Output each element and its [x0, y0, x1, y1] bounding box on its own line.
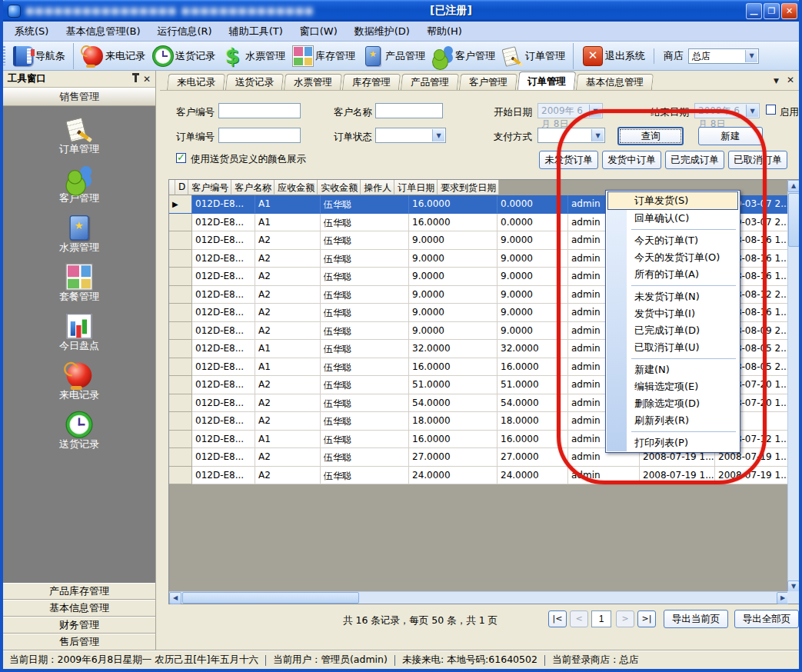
customer-name-input[interactable]: [375, 103, 443, 118]
toolbar-button[interactable]: 库存管理: [289, 43, 359, 69]
document-tab[interactable]: 产品管理: [401, 74, 459, 90]
horizontal-scroll-thumb[interactable]: [182, 592, 359, 604]
menu-item[interactable]: 数据维护(D): [346, 22, 418, 41]
toolbar-button[interactable]: 客户管理: [429, 43, 499, 69]
first-page-button[interactable]: |<: [548, 610, 567, 627]
chevron-down-icon[interactable]: [591, 129, 604, 141]
vertical-scrollbar[interactable]: ▲ ▼: [787, 180, 800, 593]
column-header[interactable]: D: [175, 180, 188, 195]
sidebar-item[interactable]: 客户管理: [59, 166, 99, 215]
context-menu-item[interactable]: 删除选定项(D): [607, 395, 739, 412]
tab-list-dropdown-icon[interactable]: [774, 74, 779, 85]
sidebar-group-bar[interactable]: 财务管理: [3, 617, 155, 634]
context-menu-item[interactable]: 回单确认(C): [607, 210, 739, 227]
column-header[interactable]: 客户名称: [231, 180, 275, 195]
table-row[interactable]: 012D-E8... A2 伍华聪 24.0000 24.0000 admin …: [169, 467, 789, 485]
sidebar-item[interactable]: 套餐管理: [59, 264, 99, 314]
row-selector[interactable]: [169, 358, 192, 377]
order-status-select[interactable]: [375, 128, 446, 143]
chevron-down-icon[interactable]: [745, 50, 757, 62]
start-date-picker[interactable]: 2009年 6月 8日: [537, 103, 603, 118]
sidebar-item[interactable]: 水票管理: [59, 215, 99, 264]
sidebar-group-bar[interactable]: 产品库存管理: [3, 583, 155, 600]
chevron-down-icon[interactable]: [432, 129, 444, 141]
document-tab[interactable]: 库存管理: [342, 74, 401, 90]
order-no-input[interactable]: [218, 128, 301, 143]
context-menu-item[interactable]: 已取消订单(U): [607, 339, 739, 356]
shop-select[interactable]: 总店: [688, 48, 759, 64]
document-tab[interactable]: 基本信息管理: [576, 74, 654, 90]
last-page-button[interactable]: >|: [637, 610, 656, 627]
chevron-down-icon[interactable]: [746, 105, 758, 117]
sidebar-group-bar[interactable]: 基本信息管理: [3, 600, 155, 617]
maximize-button[interactable]: [764, 3, 780, 19]
toolbar-button[interactable]: 退出系统: [573, 43, 649, 69]
menu-item[interactable]: 帮助(H): [418, 22, 471, 41]
export-all-pages-button[interactable]: 导出全部页: [734, 610, 799, 628]
order-status-filter-button[interactable]: 已取消订单: [728, 151, 787, 169]
toolbar-button[interactable]: 水票管理: [219, 43, 289, 69]
row-selector[interactable]: [169, 231, 192, 250]
row-selector[interactable]: [169, 340, 192, 358]
menu-item[interactable]: 运行信息(R): [148, 22, 220, 41]
row-selector[interactable]: [169, 304, 192, 322]
row-selector[interactable]: [169, 467, 192, 485]
context-menu-item[interactable]: 编辑选定项(E): [607, 378, 739, 395]
minimize-button[interactable]: [746, 3, 762, 19]
courier-color-checkbox[interactable]: [176, 153, 186, 163]
row-selector[interactable]: [169, 322, 192, 341]
menu-item[interactable]: 基本信息管理(B): [57, 22, 148, 41]
row-selector[interactable]: [169, 376, 192, 394]
context-menu-item[interactable]: 刷新列表(R): [607, 412, 739, 429]
row-selector[interactable]: [169, 250, 192, 268]
enable-checkbox[interactable]: [766, 105, 776, 115]
vertical-scroll-thumb[interactable]: [788, 193, 800, 247]
context-menu-item[interactable]: 打印列表(P): [607, 434, 739, 451]
toolbar-grip[interactable]: [2, 46, 5, 65]
new-button[interactable]: 新建: [698, 127, 763, 145]
prev-page-button[interactable]: <: [570, 610, 588, 627]
next-page-button[interactable]: >: [616, 610, 634, 627]
menu-item[interactable]: 窗口(W): [291, 22, 346, 41]
tab-close-icon[interactable]: [787, 74, 794, 85]
toolbar-button[interactable]: 来电记录: [73, 43, 149, 69]
row-selector[interactable]: [169, 394, 192, 413]
context-menu-item[interactable]: 今天的发货订单(O): [607, 249, 739, 266]
export-current-page-button[interactable]: 导出当前页: [664, 610, 728, 628]
column-header[interactable]: 订单日期: [394, 180, 438, 195]
context-menu-item[interactable]: 订单发货(S): [607, 191, 738, 210]
scroll-left-icon[interactable]: ◀: [169, 592, 181, 604]
sidebar-item[interactable]: 订单管理: [59, 117, 99, 166]
row-selector[interactable]: [169, 268, 192, 286]
row-selector[interactable]: [169, 412, 192, 431]
row-selector[interactable]: [169, 431, 192, 449]
context-menu-item[interactable]: 今天的订单(T): [607, 232, 739, 249]
column-header[interactable]: 要求到货日期: [438, 180, 499, 195]
toolbar-button[interactable]: 导航条: [9, 43, 69, 69]
scroll-up-icon[interactable]: ▲: [787, 180, 800, 192]
context-menu-item[interactable]: 所有的订单(A): [607, 266, 739, 283]
document-tab[interactable]: 客户管理: [459, 74, 517, 90]
sidebar-group-bar[interactable]: 售后管理: [3, 634, 155, 650]
document-tab[interactable]: 来电记录: [167, 74, 225, 90]
sidebar-item[interactable]: 来电记录: [59, 363, 99, 412]
column-header[interactable]: 操作人: [361, 180, 394, 195]
menu-item[interactable]: 辅助工具(T): [221, 22, 291, 41]
toolbar-button[interactable]: 订单管理: [499, 43, 569, 69]
order-status-filter-button[interactable]: 发货中订单: [602, 151, 661, 169]
order-status-filter-button[interactable]: 未发货订单: [539, 151, 598, 169]
context-menu-item[interactable]: 未发货订单(N): [607, 288, 739, 305]
column-header[interactable]: [169, 180, 175, 195]
chevron-down-icon[interactable]: [589, 105, 601, 117]
sidebar-item[interactable]: 今日盘点: [59, 314, 99, 363]
row-selector[interactable]: [169, 286, 192, 304]
menu-item[interactable]: 系统(S): [6, 22, 57, 41]
row-selector[interactable]: [169, 195, 192, 214]
row-selector[interactable]: [169, 448, 192, 467]
column-header[interactable]: 客户编号: [188, 180, 231, 195]
sidebar-close-icon[interactable]: [143, 73, 151, 85]
customer-no-input[interactable]: [218, 103, 301, 118]
column-header[interactable]: 实收金额: [318, 180, 361, 195]
query-button[interactable]: 查询: [617, 127, 684, 145]
document-tab[interactable]: 订单管理: [517, 72, 577, 90]
